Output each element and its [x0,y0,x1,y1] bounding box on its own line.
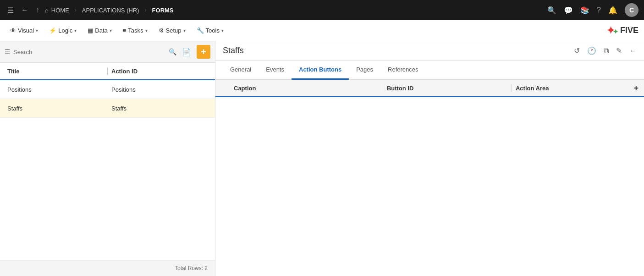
row-title: Positions [7,86,104,93]
row-action-id: Staffs [111,105,208,112]
filter-icon[interactable]: ☰ [5,48,11,55]
reset-icon[interactable]: ↺ [574,46,580,55]
five-logo-text: FIVE [620,26,638,35]
breadcrumb-arrow-1: › [75,7,77,13]
right-panel-header: Staffs ↺ 🕐 ⧉ ✎ ← [215,41,644,61]
data-menu[interactable]: ▦ Data ▾ [83,24,116,37]
content-table: Caption Button ID Action Area + ↓ [215,80,644,276]
tasks-dropdown-arrow: ▾ [145,28,148,33]
logic-icon: ⚡ [49,27,56,34]
col-button-id-header: Button ID [387,85,508,92]
search-icon[interactable]: 🔍 [169,48,176,55]
col-caption-header: Caption [234,85,379,92]
tab-events[interactable]: Events [259,61,292,80]
right-panel-title: Staffs [223,46,570,55]
setup-label: Setup [166,27,182,34]
content-table-header: Caption Button ID Action Area + ↓ [215,80,644,97]
logic-menu[interactable]: ⚡ Logic ▾ [44,24,81,37]
copy-icon[interactable]: ⧉ [604,47,609,55]
col-title-header: Title [7,68,104,75]
data-label: Data [95,27,107,34]
breadcrumb-applications[interactable]: APPLICATIONS (HR) [82,7,139,14]
setup-dropdown-arrow: ▾ [183,28,186,33]
tools-dropdown-arrow: ▾ [221,28,224,33]
red-arrow-annotation: ↓ [635,80,644,82]
document-icon[interactable]: 📄 [179,46,194,58]
search-cloud-icon[interactable]: 🔍 [547,6,556,15]
back-arrow-icon[interactable]: ← [19,4,30,16]
tools-menu[interactable]: 🔧 Tools ▾ [192,24,228,37]
up-arrow-icon[interactable]: ↑ [34,4,41,16]
breadcrumb-arrow-2: › [145,7,147,13]
chat-icon[interactable]: 💬 [564,6,573,15]
table-row[interactable]: Staffs Staffs [0,99,215,118]
breadcrumb-applications-label: APPLICATIONS (HR) [82,7,139,14]
star-green: ✦ [613,28,618,35]
hamburger-icon[interactable]: ☰ [6,4,16,17]
col-action-id-header: Action ID [111,68,208,75]
tasks-icon: ≡ [123,27,127,34]
tools-label: Tools [206,27,220,34]
tabs-bar: General Events Action Buttons Pages Refe… [215,61,644,80]
setup-icon: ⚙ [159,27,164,34]
tab-general[interactable]: General [223,61,259,80]
home-icon: ⌂ [45,7,49,14]
row-divider [107,86,108,93]
left-table-header: Title Action ID [0,63,215,80]
five-logo-icon: ✦✦ [606,25,618,37]
tab-references[interactable]: References [380,61,425,80]
five-logo: ✦✦ FIVE [606,25,638,37]
left-panel: ☰ 🔍 📄 + Title Action ID Positions Positi… [0,41,215,276]
row-action-id: Positions [111,86,208,93]
main-layout: ☰ 🔍 📄 + Title Action ID Positions Positi… [0,41,644,276]
add-action-button[interactable]: + [633,83,638,93]
tasks-menu[interactable]: ≡ Tasks ▾ [118,24,152,37]
breadcrumb-home[interactable]: ⌂ HOME [45,7,69,14]
help-icon[interactable]: ? [597,6,601,14]
tasks-label: Tasks [128,27,143,34]
five-logo-area: ✦✦ FIVE [606,25,638,37]
row-divider [107,105,108,112]
col-divider2 [383,84,383,92]
col-action-area-header: Action Area [516,85,637,92]
eye-icon: 👁 [10,27,16,34]
table-footer: Total Rows: 2 [0,260,215,276]
col-divider3 [512,84,512,92]
visual-label: Visual [18,27,34,34]
history-icon[interactable]: 🕐 [587,46,596,55]
books-icon[interactable]: 📚 [580,6,589,15]
logic-dropdown-arrow: ▾ [74,28,77,33]
data-dropdown-arrow: ▾ [110,28,112,33]
search-input[interactable] [13,49,166,55]
logic-label: Logic [58,27,72,34]
breadcrumb-forms[interactable]: FORMS [152,7,174,14]
col-divider [107,67,108,75]
add-record-button[interactable]: + [197,45,210,59]
home-label: HOME [51,7,69,14]
right-panel: Staffs ↺ 🕐 ⧉ ✎ ← General Events Action B… [215,41,644,276]
breadcrumb-forms-label: FORMS [152,7,174,14]
left-table-body: Positions Positions Staffs Staffs [0,80,215,260]
visual-dropdown-arrow: ▾ [36,28,38,33]
edit-icon[interactable]: ✎ [616,46,622,55]
top-navbar: ☰ ← ↑ ⌂ HOME › APPLICATIONS (HR) › FORMS… [0,0,644,20]
table-row[interactable]: Positions Positions [0,80,215,99]
back-icon[interactable]: ← [629,47,637,55]
tools-icon: 🔧 [197,27,204,34]
user-avatar[interactable]: C [625,3,638,17]
tab-pages[interactable]: Pages [349,61,380,80]
data-icon: ▦ [88,27,93,34]
top-navbar-right: 🔍 💬 📚 ? 🔔 C [547,3,638,17]
search-bar: ☰ 🔍 📄 + [0,41,215,63]
notification-icon[interactable]: 🔔 [608,6,617,15]
total-rows-label: Total Rows: 2 [175,265,208,271]
secondary-navbar: 👁 Visual ▾ ⚡ Logic ▾ ▦ Data ▾ ≡ Tasks ▾ … [0,20,644,41]
setup-menu[interactable]: ⚙ Setup ▾ [154,24,190,37]
row-title: Staffs [7,105,104,112]
visual-menu[interactable]: 👁 Visual ▾ [6,24,43,37]
tab-action-buttons[interactable]: Action Buttons [292,61,349,80]
right-header-icons: ↺ 🕐 ⧉ ✎ ← [574,46,637,55]
